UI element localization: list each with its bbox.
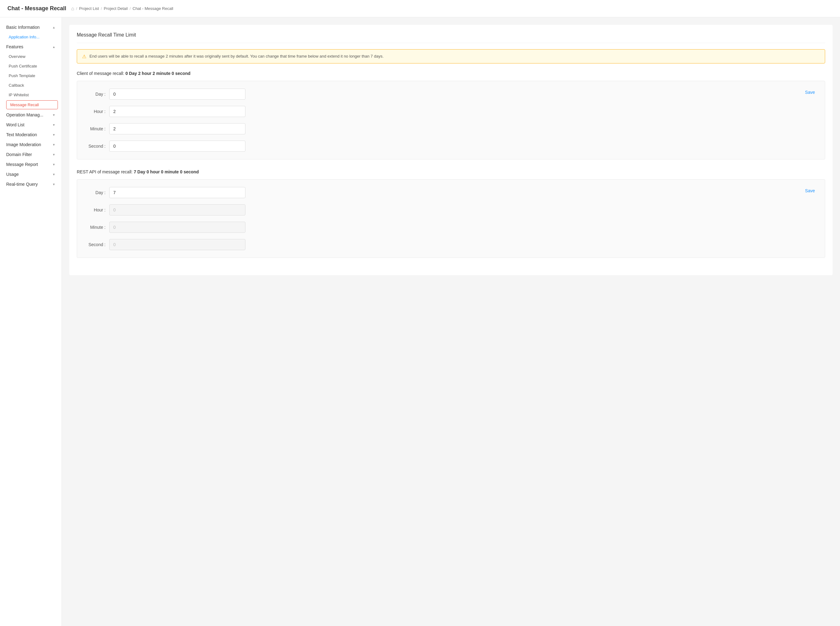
sidebar-item-overview[interactable]: Overview [0, 52, 62, 61]
sidebar-section-image-mod-label: Image Moderation [6, 142, 41, 147]
rest-minute-row: Minute : [84, 222, 817, 233]
chevron-up-icon-features: ▲ [52, 45, 55, 49]
content-card: Message Recall Time Limit ⚠ End users wi… [69, 25, 832, 275]
client-day-label: Day : [84, 92, 109, 97]
client-save-button[interactable]: Save [803, 89, 817, 96]
sidebar-section-features[interactable]: Features ▲ [0, 42, 62, 52]
rest-minute-input [109, 222, 245, 233]
sidebar-section-realtime-query[interactable]: Real-time Query ▼ [0, 179, 62, 189]
sidebar-item-callback[interactable]: Callback [0, 80, 62, 90]
chevron-down-icon-realtime: ▼ [52, 183, 55, 186]
chevron-up-icon: ▲ [52, 26, 55, 29]
rest-summary-prefix: REST API of message recall: [77, 169, 134, 174]
client-hour-label: Hour : [84, 109, 109, 114]
rest-hour-label: Hour : [84, 207, 109, 212]
chevron-down-icon-wordlist: ▼ [52, 123, 55, 127]
rest-second-input [109, 239, 245, 250]
breadcrumb-home-icon[interactable]: ⌂ [71, 6, 74, 11]
client-minute-input[interactable] [109, 123, 245, 135]
rest-minute-label: Minute : [84, 225, 109, 230]
rest-second-row: Second : [84, 239, 817, 250]
breadcrumb-sep-3: / [130, 6, 131, 11]
breadcrumb-project-list[interactable]: Project List [79, 6, 99, 11]
sidebar-section-domain-filter-label: Domain Filter [6, 152, 32, 157]
breadcrumb-current: Chat - Message Recall [133, 6, 173, 11]
rest-form-section: Save Day : Hour : Minute : Second : [77, 179, 825, 258]
chevron-down-icon-msgreport: ▼ [52, 163, 55, 166]
rest-day-input[interactable] [109, 187, 245, 198]
rest-summary-value: 7 Day 0 hour 0 minute 0 second [134, 169, 199, 174]
sidebar-item-push-certificate[interactable]: Push Certificate [0, 61, 62, 71]
sidebar-section-realtime-label: Real-time Query [6, 182, 38, 187]
chevron-down-icon-usage: ▼ [52, 173, 55, 176]
rest-second-label: Second : [84, 242, 109, 247]
page-title: Chat - Message Recall [8, 5, 66, 12]
warning-icon: ⚠ [82, 53, 86, 59]
sidebar-section-basic-info-label: Basic Information [6, 25, 40, 30]
client-form-section: Save Day : Hour : Minute : Second : [77, 81, 825, 160]
client-day-row: Day : [84, 89, 817, 100]
client-second-label: Second : [84, 144, 109, 149]
sidebar-section-operation-label: Operation Manag... [6, 113, 43, 117]
client-summary-prefix: Client of message recall: [77, 71, 125, 76]
sidebar-item-message-recall[interactable]: Message Recall [6, 100, 58, 109]
rest-hour-input [109, 204, 245, 216]
breadcrumb: ⌂ / Project List / Project Detail / Chat… [71, 6, 173, 11]
sidebar-section-message-report-label: Message Report [6, 162, 38, 167]
sidebar-section-text-mod-label: Text Moderation [6, 132, 37, 137]
breadcrumb-sep-2: / [101, 6, 102, 11]
sidebar-section-usage-label: Usage [6, 172, 19, 177]
client-recall-summary: Client of message recall: 0 Day 2 hour 2… [77, 71, 825, 76]
chevron-down-icon-operation: ▼ [52, 113, 55, 117]
sidebar-section-usage[interactable]: Usage ▼ [0, 169, 62, 179]
rest-day-row: Day : [84, 187, 817, 198]
sidebar-section-image-moderation[interactable]: Image Moderation ▼ [0, 139, 62, 150]
section-title: Message Recall Time Limit [77, 32, 825, 43]
chevron-down-icon-textmod: ▼ [52, 133, 55, 136]
sidebar-item-push-template[interactable]: Push Template [0, 71, 62, 80]
client-hour-row: Hour : [84, 106, 817, 117]
main-layout: Basic Information ▲ Application Info... … [0, 17, 840, 626]
sidebar-section-message-report[interactable]: Message Report ▼ [0, 160, 62, 169]
sidebar-section-domain-filter[interactable]: Domain Filter ▼ [0, 150, 62, 160]
client-hour-input[interactable] [109, 106, 245, 117]
sidebar-section-text-moderation[interactable]: Text Moderation ▼ [0, 130, 62, 139]
sidebar-section-word-list-label: Word List [6, 122, 25, 127]
rest-day-label: Day : [84, 190, 109, 195]
main-content: Message Recall Time Limit ⚠ End users wi… [62, 17, 840, 626]
breadcrumb-project-detail[interactable]: Project Detail [104, 6, 128, 11]
sidebar-section-word-list[interactable]: Word List ▼ [0, 120, 62, 130]
rest-hour-row: Hour : [84, 204, 817, 216]
rest-save-button[interactable]: Save [803, 187, 817, 194]
sidebar-section-basic-info[interactable]: Basic Information ▲ [0, 22, 62, 32]
chevron-down-icon-domain: ▼ [52, 153, 55, 156]
alert-message: End users will be able to recall a messa… [89, 53, 384, 59]
client-minute-row: Minute : [84, 123, 817, 135]
client-second-input[interactable] [109, 141, 245, 152]
sidebar: Basic Information ▲ Application Info... … [0, 17, 62, 626]
sidebar-section-features-label: Features [6, 44, 23, 49]
client-second-row: Second : [84, 141, 817, 152]
rest-recall-summary: REST API of message recall: 7 Day 0 hour… [77, 169, 825, 174]
breadcrumb-sep-1: / [76, 6, 77, 11]
chevron-down-icon-imagemod: ▼ [52, 143, 55, 146]
warning-alert: ⚠ End users will be able to recall a mes… [77, 49, 825, 63]
client-day-input[interactable] [109, 89, 245, 100]
client-minute-label: Minute : [84, 126, 109, 131]
client-summary-value: 0 Day 2 hour 2 minute 0 second [125, 71, 190, 76]
app-header: Chat - Message Recall ⌂ / Project List /… [0, 0, 840, 17]
sidebar-item-application-info[interactable]: Application Info... [0, 32, 62, 42]
sidebar-item-ip-whitelist[interactable]: IP Whitelist [0, 90, 62, 100]
sidebar-section-operation-manag[interactable]: Operation Manag... ▼ [0, 110, 62, 120]
